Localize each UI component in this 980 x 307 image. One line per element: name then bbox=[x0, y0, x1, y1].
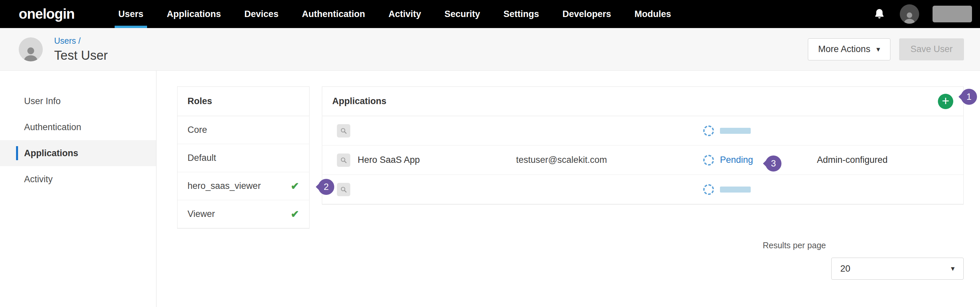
role-row-hero-saas-viewer[interactable]: hero_saas_viewer ✔ bbox=[178, 172, 309, 200]
skeleton-bar bbox=[720, 128, 751, 134]
annotation-badge-3: 3 bbox=[765, 155, 781, 171]
app-icon bbox=[337, 154, 350, 167]
application-row-skeleton bbox=[322, 116, 963, 146]
main-panel: Roles Core Default hero_saas_viewer ✔ Vi… bbox=[156, 71, 980, 307]
nav-item-activity[interactable]: Activity bbox=[377, 0, 433, 28]
account-menu-placeholder[interactable] bbox=[932, 6, 972, 22]
top-navbar: onelogin Users Applications Devices Auth… bbox=[0, 0, 980, 28]
onelogin-logo[interactable]: onelogin bbox=[19, 6, 75, 22]
application-username: testuser@scalekit.com bbox=[516, 155, 703, 165]
sidebar-item-activity[interactable]: Activity bbox=[0, 166, 156, 192]
nav-item-developers[interactable]: Developers bbox=[551, 0, 623, 28]
applications-card: Applications + bbox=[322, 86, 964, 204]
nav-item-authentication[interactable]: Authentication bbox=[290, 0, 377, 28]
nav-item-devices[interactable]: Devices bbox=[232, 0, 290, 28]
breadcrumb[interactable]: Users / bbox=[54, 36, 108, 46]
role-row-default[interactable]: Default bbox=[178, 144, 309, 172]
main-nav: Users Applications Devices Authenticatio… bbox=[107, 0, 683, 28]
app-icon bbox=[337, 124, 350, 138]
more-actions-button[interactable]: More Actions ▾ bbox=[808, 38, 891, 60]
sidebar-item-authentication[interactable]: Authentication bbox=[0, 114, 156, 140]
role-row-core[interactable]: Core bbox=[178, 116, 309, 144]
check-icon: ✔ bbox=[291, 180, 299, 192]
nav-item-modules[interactable]: Modules bbox=[623, 0, 683, 28]
page-title: Test User bbox=[54, 48, 108, 63]
check-icon: ✔ bbox=[291, 208, 299, 220]
application-provisioning: Admin-configured bbox=[817, 155, 963, 165]
applications-card-title: Applications bbox=[332, 96, 387, 106]
nav-item-applications[interactable]: Applications bbox=[155, 0, 232, 28]
pagination: Results per page 20 ▾ bbox=[177, 241, 964, 280]
sidebar: User Info Authentication Applications Ac… bbox=[0, 71, 156, 307]
user-avatar-icon[interactable] bbox=[900, 4, 919, 24]
header-actions: More Actions ▾ Save User bbox=[808, 38, 964, 60]
notifications-bell-icon[interactable] bbox=[873, 7, 886, 21]
header-text: Users / Test User bbox=[54, 36, 108, 63]
roles-card-title: Roles bbox=[178, 87, 309, 116]
nav-item-security[interactable]: Security bbox=[433, 0, 492, 28]
application-name: Hero SaaS App bbox=[358, 155, 516, 165]
loading-spinner-icon bbox=[703, 184, 714, 195]
chevron-down-icon: ▾ bbox=[951, 264, 955, 273]
annotation-badge-2: 2 bbox=[318, 179, 334, 195]
roles-card: Roles Core Default hero_saas_viewer ✔ Vi… bbox=[177, 86, 310, 229]
application-status: Pending bbox=[720, 155, 753, 165]
results-per-page-select[interactable]: 20 ▾ bbox=[831, 258, 964, 280]
annotation-badge-1: 1 bbox=[961, 89, 977, 105]
loading-spinner-icon bbox=[703, 125, 714, 136]
skeleton-bar bbox=[720, 187, 751, 193]
chevron-down-icon: ▾ bbox=[877, 45, 880, 54]
role-row-viewer[interactable]: Viewer ✔ bbox=[178, 200, 309, 228]
sidebar-item-user-info[interactable]: User Info bbox=[0, 88, 156, 114]
nav-item-users[interactable]: Users bbox=[107, 0, 155, 28]
profile-avatar-icon bbox=[19, 37, 43, 62]
application-row-skeleton bbox=[322, 175, 963, 204]
loading-spinner-icon bbox=[703, 155, 714, 166]
navbar-right bbox=[873, 4, 980, 24]
sidebar-item-applications[interactable]: Applications bbox=[0, 140, 156, 166]
add-application-button[interactable]: + bbox=[938, 94, 953, 109]
content: User Info Authentication Applications Ac… bbox=[0, 71, 980, 307]
application-row-hero-saas-app[interactable]: Hero SaaS App testuser@scalekit.com Pend… bbox=[322, 146, 963, 175]
nav-item-settings[interactable]: Settings bbox=[492, 0, 551, 28]
save-user-button[interactable]: Save User bbox=[899, 38, 964, 60]
results-per-page-label: Results per page bbox=[763, 241, 826, 250]
app-icon bbox=[337, 183, 350, 196]
page-header: Users / Test User More Actions ▾ Save Us… bbox=[0, 28, 980, 71]
